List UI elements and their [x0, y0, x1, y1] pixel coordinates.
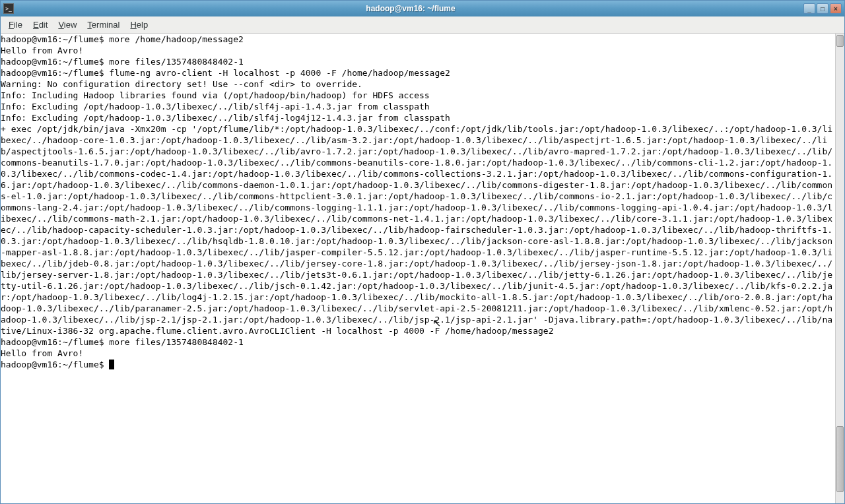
scrollbar-thumb-top[interactable]	[836, 35, 844, 47]
menu-edit[interactable]: Edit	[28, 17, 53, 32]
cursor	[109, 360, 114, 369]
terminal-icon	[3, 3, 14, 14]
titlebar[interactable]: hadoop@vm16: ~/flume _ □ ×	[1, 1, 844, 16]
menubar: File Edit View Terminal Help	[1, 16, 844, 34]
close-button[interactable]: ×	[830, 3, 842, 14]
scrollbar-thumb-bottom[interactable]	[836, 426, 844, 492]
terminal-area: hadoop@vm16:~/flume$ more /home/hadoop/m…	[1, 34, 844, 503]
scrollbar[interactable]	[835, 34, 844, 503]
menu-terminal[interactable]: Terminal	[82, 17, 125, 32]
menu-help[interactable]: Help	[125, 17, 153, 32]
window-controls: _ □ ×	[803, 3, 842, 14]
menu-view[interactable]: View	[53, 17, 82, 32]
terminal-output[interactable]: hadoop@vm16:~/flume$ more /home/hadoop/m…	[1, 34, 835, 503]
maximize-button[interactable]: □	[817, 3, 828, 14]
terminal-window: hadoop@vm16: ~/flume _ □ × File Edit Vie…	[0, 0, 845, 504]
minimize-button[interactable]: _	[803, 3, 815, 14]
menu-file[interactable]: File	[3, 17, 28, 32]
window-title: hadoop@vm16: ~/flume	[18, 4, 803, 13]
